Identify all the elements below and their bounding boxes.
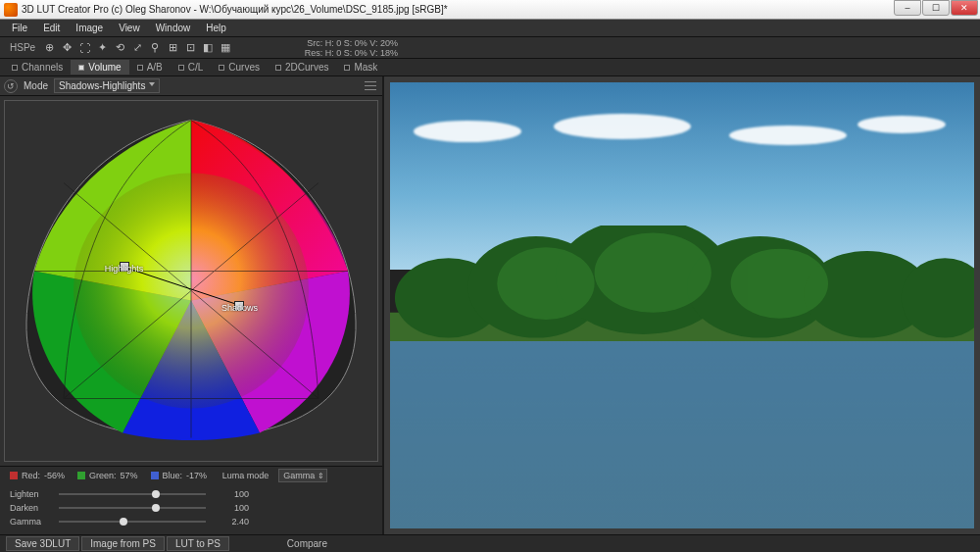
tab-cl[interactable]: C/L [171, 60, 212, 75]
reset-icon[interactable]: ↺ [4, 79, 18, 93]
tool-rotate-icon[interactable]: ⟲ [112, 40, 127, 56]
green-value[interactable]: 57% [121, 471, 138, 480]
tool-star-icon[interactable]: ✦ [94, 40, 110, 56]
rgb-row: Red: -56% Green: 57% Blue: -17% Luma mod… [0, 466, 382, 483]
green-swatch [77, 472, 85, 479]
tool-row: HSPe ⊕ ✥ ⛶ ✦ ⟲ ⤢ ⚲ ⊞ ⊡ ◧ ▦ Src: H: 0 S: … [0, 37, 980, 59]
panel-menu-icon[interactable] [365, 80, 376, 92]
tab-ab[interactable]: A/B [129, 60, 171, 75]
tool-stretch-icon[interactable]: ⛶ [76, 40, 92, 56]
menu-file[interactable]: File [4, 21, 35, 35]
tool-grid-icon[interactable]: ⊞ [165, 40, 180, 56]
slider-lighten: Lighten 100 [10, 487, 372, 501]
gamma-value[interactable]: 2.40 [214, 517, 249, 527]
gamut-area[interactable]: Highlights Shadows [4, 100, 378, 462]
menu-view[interactable]: View [111, 21, 148, 35]
red-label: Red: [22, 471, 40, 480]
tool-zoom-icon[interactable]: ⚲ [147, 40, 163, 56]
tab-2dcurves[interactable]: 2DCurves [268, 60, 336, 75]
chevron-down-icon [149, 82, 155, 86]
readout-res: Res: H: 0 S: 0% V: 18% [305, 48, 398, 58]
bottom-bar: Save 3DLUT Image from PS LUT to PS Compa… [0, 534, 980, 552]
volume-panel: ↺ Mode Shadows-Highlights [0, 76, 384, 534]
slider-gamma: Gamma 2.40 [10, 515, 372, 528]
preview-panel [384, 76, 980, 534]
compare-button[interactable]: Compare [287, 538, 327, 549]
window-controls: – ☐ ✕ [893, 0, 978, 18]
shadows-label: Shadows [221, 303, 258, 313]
green-label: Green: [89, 471, 117, 480]
tool-move-icon[interactable]: ✥ [59, 40, 74, 56]
darken-handle[interactable] [152, 504, 160, 512]
mode-label: Mode [24, 80, 48, 91]
save-3dlut-button[interactable]: Save 3DLUT [6, 536, 79, 551]
tab-mask[interactable]: Mask [336, 60, 385, 75]
color-readouts: Src: H: 0 S: 0% V: 20% Res: H: 0 S: 0% V… [305, 38, 398, 58]
blue-label: Blue: [163, 471, 183, 480]
red-value[interactable]: -56% [44, 471, 65, 480]
menu-window[interactable]: Window [148, 21, 199, 35]
slider-darken: Darken 100 [10, 501, 372, 515]
colorspace-label[interactable]: HSPe [4, 42, 41, 53]
highlights-label: Highlights [105, 264, 144, 274]
svg-point-9 [497, 247, 594, 320]
tab-row: Channels Volume A/B C/L Curves 2DCurves … [0, 59, 980, 76]
tool-scale-icon[interactable]: ⤢ [129, 40, 145, 56]
window-title: 3D LUT Creator Pro (c) Oleg Sharonov - W… [22, 4, 448, 15]
red-swatch [10, 472, 18, 479]
title-bar: 3D LUT Creator Pro (c) Oleg Sharonov - W… [0, 0, 980, 20]
tool-box-icon[interactable]: ⊡ [182, 40, 198, 56]
darken-track[interactable] [59, 507, 206, 509]
lighten-value[interactable]: 100 [214, 489, 249, 499]
maximize-button[interactable]: ☐ [922, 0, 950, 16]
darken-value[interactable]: 100 [214, 503, 249, 513]
tab-volume[interactable]: Volume [71, 60, 128, 75]
lighten-handle[interactable] [152, 490, 160, 498]
minimize-button[interactable]: – [894, 0, 921, 16]
blue-swatch [151, 472, 159, 479]
luma-label: Luma mode [222, 471, 270, 480]
app-icon [4, 3, 18, 17]
gamma-track[interactable] [59, 521, 206, 523]
preview-image[interactable] [390, 82, 974, 528]
close-button[interactable]: ✕ [951, 0, 978, 16]
menu-edit[interactable]: Edit [35, 21, 68, 35]
tool-target-icon[interactable]: ⊕ [41, 40, 57, 56]
tab-channels[interactable]: Channels [4, 60, 71, 75]
sliders: Lighten 100 Darken 100 Gamma 2.40 [0, 483, 382, 534]
gamma-handle[interactable] [120, 518, 127, 526]
mode-bar: ↺ Mode Shadows-Highlights [0, 76, 382, 96]
menu-image[interactable]: Image [68, 21, 111, 35]
tool-icons: ⊕ ✥ ⛶ ✦ ⟲ ⤢ ⚲ ⊞ ⊡ ◧ ▦ [41, 40, 233, 56]
svg-point-11 [731, 248, 828, 318]
gamut-svg [5, 101, 377, 461]
lut-to-ps-button[interactable]: LUT to PS [167, 536, 229, 551]
lighten-track[interactable] [59, 493, 206, 495]
menu-help[interactable]: Help [198, 21, 234, 35]
luma-dropdown[interactable]: Gamma ⇕ [278, 469, 327, 482]
mode-dropdown[interactable]: Shadows-Highlights [54, 78, 160, 93]
tab-curves[interactable]: Curves [211, 60, 268, 75]
svg-point-10 [595, 232, 711, 312]
menu-bar: File Edit Image View Window Help [0, 20, 980, 37]
tool-split-icon[interactable]: ◧ [200, 40, 216, 56]
blue-value[interactable]: -17% [186, 471, 207, 480]
main-area: ↺ Mode Shadows-Highlights [0, 76, 980, 534]
readout-src: Src: H: 0 S: 0% V: 20% [305, 38, 398, 48]
tool-pattern-icon[interactable]: ▦ [218, 40, 233, 56]
image-from-ps-button[interactable]: Image from PS [81, 536, 165, 551]
